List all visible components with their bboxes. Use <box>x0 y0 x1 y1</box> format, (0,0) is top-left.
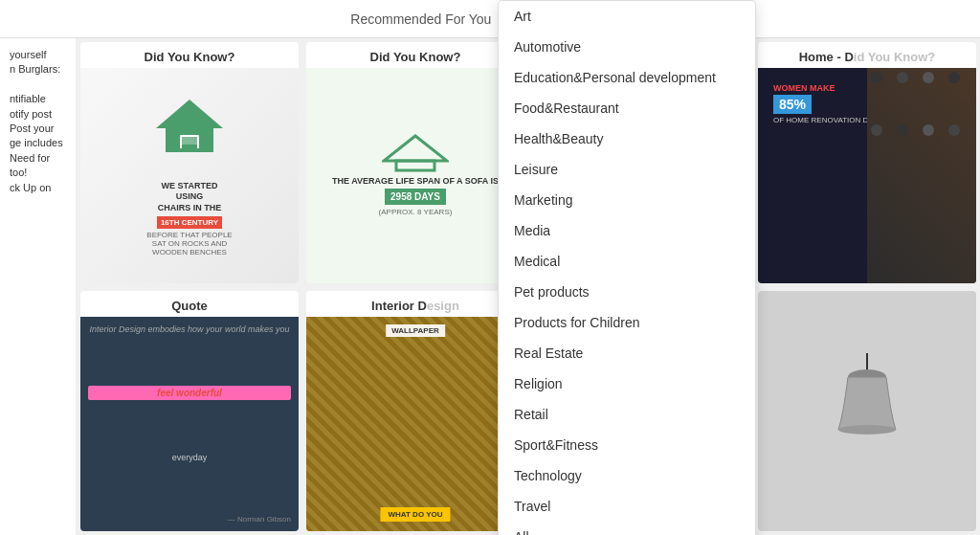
jewelry-grid <box>867 68 976 283</box>
top-bar: Recommended For You Home&Interior <box>0 0 980 38</box>
quote-highlight: feel wonderful <box>88 386 291 400</box>
dropdown-item-art[interactable]: Art <box>499 1 755 32</box>
quote-text1: Interior Design embodies how your world … <box>88 324 291 334</box>
quote-text2: everyday <box>88 453 291 462</box>
card-sofa-title: Did You Know? <box>306 42 524 68</box>
before-text: BEFORE THAT PEOPLESAT ON ROCKS ANDWOODEN… <box>146 231 232 256</box>
chairs-infographic: WE STARTEDUSINGCHAIRS IN THE 16TH CENTUR… <box>88 76 291 276</box>
card-interior[interactable]: Interior Design WHAT DO YOU WALLPAPER <box>306 291 524 532</box>
dropdown-item-marketing[interactable]: Marketing <box>499 185 755 215</box>
sidebar-text: yourself n Burglars: ntifiable otify pos… <box>10 48 66 195</box>
days-badge: 2958 DAYS <box>385 189 446 205</box>
sofa-text2: (APPROX. 8 YEARS) <box>379 208 453 216</box>
card-interior-image: WHAT DO YOU WALLPAPER <box>306 317 524 532</box>
dropdown-item-travel[interactable]: Travel <box>499 491 755 522</box>
svg-marker-6 <box>384 136 447 161</box>
dropdown-item-retail[interactable]: Retail <box>499 399 755 430</box>
sofa-text1: THE AVERAGE LIFE SPAN OF A SOFA IS <box>332 176 499 186</box>
card-lamp[interactable] <box>758 291 976 532</box>
dropdown-item-automotive[interactable]: Automotive <box>499 32 755 62</box>
dropdown-item-education[interactable]: Education&Personal development <box>499 62 755 93</box>
card-quote-image: Interior Design embodies how your world … <box>80 317 299 532</box>
card-renovation-image: WOMEN MAKE 85% OF HOME RENOVATION DECISI… <box>758 68 976 283</box>
left-sidebar: yourself n Burglars: ntifiable otify pos… <box>0 38 77 535</box>
card-quote[interactable]: Quote Interior Design embodies how your … <box>80 291 299 532</box>
dropdown-item-technology[interactable]: Technology <box>499 460 755 491</box>
quote-content: Interior Design embodies how your world … <box>80 317 299 532</box>
svg-rect-5 <box>180 137 199 145</box>
sofa-infographic: THE AVERAGE LIFE SPAN OF A SOFA IS 2958 … <box>306 68 524 283</box>
dropdown-item-children[interactable]: Products for Children <box>499 307 755 338</box>
recommended-label: Recommended For You <box>350 11 491 27</box>
dropdown-item-food[interactable]: Food&Restaurant <box>499 93 755 123</box>
house-svg <box>151 95 228 181</box>
wallpaper-pattern <box>306 317 524 532</box>
svg-rect-7 <box>396 161 434 170</box>
women-text: WOMEN MAKE <box>773 83 835 93</box>
category-dropdown-menu: Art Automotive Education&Personal develo… <box>498 0 756 535</box>
dropdown-item-all[interactable]: All <box>499 522 755 535</box>
card-interior-title: Interior Design <box>306 291 524 317</box>
dropdown-item-leisure[interactable]: Leisure <box>499 154 755 185</box>
wallpaper-label: WHAT DO YOU <box>380 507 450 522</box>
dropdown-item-health[interactable]: Health&Beauty <box>499 123 755 154</box>
svg-point-15 <box>838 425 896 435</box>
card-sofa-image: THE AVERAGE LIFE SPAN OF A SOFA IS 2958 … <box>306 68 524 283</box>
house-graphic <box>151 95 228 181</box>
main-content: yourself n Burglars: ntifiable otify pos… <box>0 38 980 535</box>
svg-rect-2 <box>180 135 199 137</box>
sofa-house-svg <box>382 134 449 172</box>
card-renovation-title: Home - Did You Know? <box>758 42 976 68</box>
card-chairs-title: Did You Know? <box>80 42 299 68</box>
century-badge: 16TH CENTURY <box>157 216 222 229</box>
svg-marker-0 <box>156 100 223 128</box>
lamp-svg <box>829 353 905 468</box>
percent-badge: 85% <box>773 95 812 114</box>
chairs-text-line1: WE STARTEDUSINGCHAIRS IN THE <box>158 181 222 214</box>
quote-author: — Norman Gibson <box>88 515 291 524</box>
card-quote-title: Quote <box>80 291 299 317</box>
dropdown-item-medical[interactable]: Medical <box>499 246 755 277</box>
dropdown-item-sport[interactable]: Sport&Fitness <box>499 430 755 460</box>
card-chairs[interactable]: Did You Know? <box>80 42 299 283</box>
card-lamp-image <box>758 291 976 532</box>
card-renovation[interactable]: Home - Did You Know? WOMEN MAKE 85% OF H… <box>758 42 976 283</box>
wallpaper-tag: WALLPAPER <box>386 324 445 337</box>
dropdown-item-religion[interactable]: Religion <box>499 368 755 399</box>
dropdown-item-realestate[interactable]: Real Estate <box>499 338 755 368</box>
card-sofa[interactable]: Did You Know? THE AVERAGE LIFE SPAN OF A… <box>306 42 524 283</box>
dropdown-item-media[interactable]: Media <box>499 215 755 246</box>
card-chairs-image: WE STARTEDUSINGCHAIRS IN THE 16TH CENTUR… <box>80 68 299 283</box>
dropdown-item-pet[interactable]: Pet products <box>499 277 755 307</box>
page-wrapper: Recommended For You Home&Interior yourse… <box>0 0 980 535</box>
